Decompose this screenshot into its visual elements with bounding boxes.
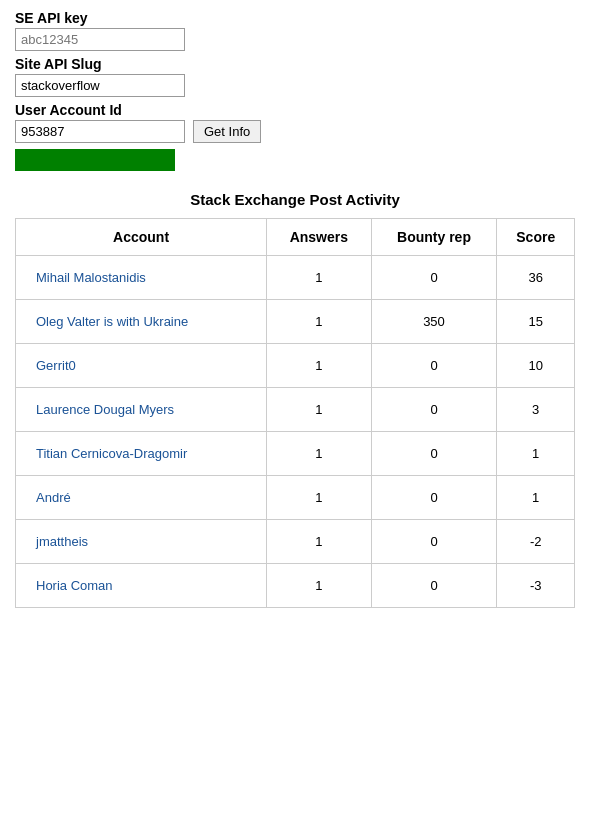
account-link[interactable]: Mihail Malostanidis — [36, 270, 146, 285]
score-cell: 3 — [497, 388, 575, 432]
answers-cell: 1 — [267, 344, 371, 388]
account-cell: Horia Coman — [16, 564, 267, 608]
score-cell: 1 — [497, 476, 575, 520]
bounty-cell: 0 — [371, 388, 497, 432]
account-link[interactable]: jmattheis — [36, 534, 88, 549]
account-cell: Laurence Dougal Myers — [16, 388, 267, 432]
table-row: Titian Cernicova-Dragomir101 — [16, 432, 575, 476]
get-info-button[interactable]: Get Info — [193, 120, 261, 143]
score-cell: -3 — [497, 564, 575, 608]
score-cell: 15 — [497, 300, 575, 344]
site-slug-input[interactable] — [15, 74, 185, 97]
col-header-account: Account — [16, 219, 267, 256]
api-key-input[interactable] — [15, 28, 185, 51]
answers-cell: 1 — [267, 388, 371, 432]
table-row: Horia Coman10-3 — [16, 564, 575, 608]
account-link[interactable]: Laurence Dougal Myers — [36, 402, 174, 417]
answers-cell: 1 — [267, 300, 371, 344]
account-link[interactable]: Gerrit0 — [36, 358, 76, 373]
score-cell: 10 — [497, 344, 575, 388]
table-row: Mihail Malostanidis1036 — [16, 256, 575, 300]
user-id-label: User Account Id — [15, 102, 575, 118]
bounty-cell: 350 — [371, 300, 497, 344]
account-link[interactable]: Titian Cernicova-Dragomir — [36, 446, 187, 461]
answers-cell: 1 — [267, 256, 371, 300]
table-row: Oleg Valter is with Ukraine135015 — [16, 300, 575, 344]
bounty-cell: 0 — [371, 432, 497, 476]
col-header-score: Score — [497, 219, 575, 256]
score-cell: -2 — [497, 520, 575, 564]
col-header-answers: Answers — [267, 219, 371, 256]
account-link[interactable]: Horia Coman — [36, 578, 113, 593]
api-key-label: SE API key — [15, 10, 575, 26]
user-id-input[interactable] — [15, 120, 185, 143]
score-cell: 36 — [497, 256, 575, 300]
table-title: Stack Exchange Post Activity — [15, 191, 575, 208]
bounty-cell: 0 — [371, 520, 497, 564]
table-row: Gerrit01010 — [16, 344, 575, 388]
account-cell: Titian Cernicova-Dragomir — [16, 432, 267, 476]
account-cell: Oleg Valter is with Ukraine — [16, 300, 267, 344]
table-row: jmattheis10-2 — [16, 520, 575, 564]
score-cell: 1 — [497, 432, 575, 476]
account-cell: André — [16, 476, 267, 520]
account-cell: jmattheis — [16, 520, 267, 564]
site-slug-label: Site API Slug — [15, 56, 575, 72]
bounty-cell: 0 — [371, 344, 497, 388]
answers-cell: 1 — [267, 476, 371, 520]
account-cell: Gerrit0 — [16, 344, 267, 388]
progress-bar — [15, 149, 175, 171]
bounty-cell: 0 — [371, 476, 497, 520]
answers-cell: 1 — [267, 432, 371, 476]
table-row: André101 — [16, 476, 575, 520]
table-row: Laurence Dougal Myers103 — [16, 388, 575, 432]
data-table: Account Answers Bounty rep Score Mihail … — [15, 218, 575, 608]
bounty-cell: 0 — [371, 564, 497, 608]
bounty-cell: 0 — [371, 256, 497, 300]
account-link[interactable]: André — [36, 490, 71, 505]
col-header-bounty: Bounty rep — [371, 219, 497, 256]
answers-cell: 1 — [267, 520, 371, 564]
account-link[interactable]: Oleg Valter is with Ukraine — [36, 314, 188, 329]
account-cell: Mihail Malostanidis — [16, 256, 267, 300]
answers-cell: 1 — [267, 564, 371, 608]
